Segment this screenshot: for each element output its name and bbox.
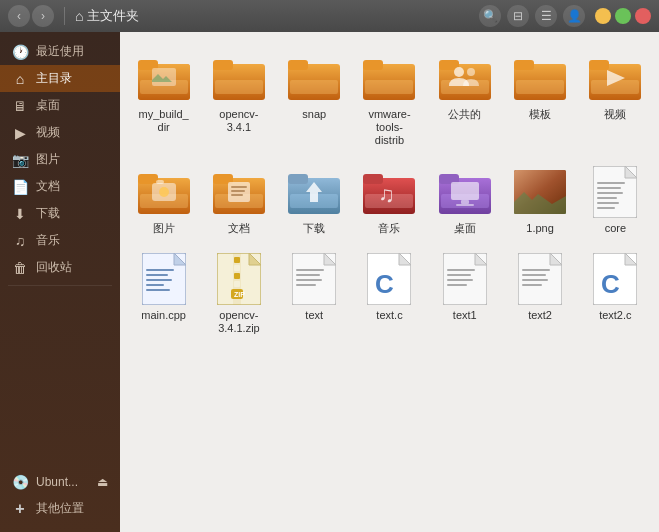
file-icon-core [589,166,641,218]
file-item-pictures[interactable]: 图片 [128,158,199,241]
sidebar-item-ubuntu[interactable]: 💿 Ubunt... ⏏ [0,469,120,495]
titlebar: ‹ › ⌂ 主文件夹 🔍 ⊟ ☰ 👤 [0,0,659,32]
svg-text:C: C [601,269,620,299]
file-item-templates[interactable]: 模板 [504,44,575,154]
sidebar-item-music[interactable]: ♫ 音乐 [0,227,120,254]
sidebar-item-home[interactable]: ⌂ 主目录 [0,65,120,92]
minimize-button[interactable] [595,8,611,24]
file-label-music: 音乐 [378,222,400,235]
account-button[interactable]: 👤 [563,5,585,27]
svg-rect-64 [597,207,615,209]
svg-rect-50 [451,182,479,200]
file-item-textc[interactable]: C text.c [354,245,425,341]
svg-rect-27 [138,174,158,184]
svg-rect-59 [597,182,625,184]
file-item-core[interactable]: core [580,158,651,241]
file-icon-text1 [439,253,491,305]
svg-rect-69 [146,274,168,276]
sidebar-item-doc[interactable]: 📄 文档 [0,173,120,200]
trash-icon: 🗑 [12,260,28,276]
file-item-vmware[interactable]: vmware-tools-distrib [354,44,425,154]
file-label-opencv-zip: opencv-3.4.1.zip [218,309,260,335]
sidebar-item-download[interactable]: ⬇ 下载 [0,200,120,227]
svg-rect-79 [234,273,240,279]
folder-icon-vmware [363,52,415,104]
svg-rect-52 [456,204,474,206]
svg-rect-31 [156,180,164,184]
file-label-textc: text.c [376,309,402,322]
svg-rect-62 [597,197,617,199]
file-label-pictures: 图片 [153,222,175,235]
file-item-videos[interactable]: 视频 [580,44,651,154]
sidebar-item-photo[interactable]: 📷 图片 [0,146,120,173]
file-item-music[interactable]: ♫ 音乐 [354,158,425,241]
sidebar-item-video[interactable]: ▶ 视频 [0,119,120,146]
svg-rect-105 [522,274,546,276]
svg-rect-98 [447,274,471,276]
svg-rect-38 [231,194,243,196]
other-icon: + [12,501,28,517]
file-item-my-build-dir[interactable]: my_build_dir [128,44,199,154]
folder-icon-public [439,52,491,104]
file-label-templates: 模板 [529,108,551,121]
download-icon: ⬇ [12,206,28,222]
svg-text:C: C [375,269,394,299]
nav-separator [64,7,65,25]
window-controls [595,8,651,24]
folder-icon-videos [589,52,641,104]
file-label-text2c: text2.c [599,309,631,322]
svg-rect-63 [597,202,619,204]
svg-rect-70 [146,279,172,281]
file-label-text: text [305,309,323,322]
svg-rect-12 [363,60,383,70]
eject-icon[interactable]: ⏏ [97,475,108,489]
close-button[interactable] [635,8,651,24]
sidebar-label-other: 其他位置 [36,500,84,517]
sidebar-label-home: 主目录 [36,70,72,87]
file-item-documents[interactable]: 文档 [203,158,274,241]
svg-text:ZIP: ZIP [234,291,245,298]
file-item-downloads[interactable]: 下载 [279,158,350,241]
maximize-button[interactable] [615,8,631,24]
file-item-1png[interactable]: 1.png [504,158,575,241]
sidebar-label-download: 下载 [36,205,60,222]
sidebar-item-desktop[interactable]: 🖥 桌面 [0,92,120,119]
video-icon: ▶ [12,125,28,141]
forward-button[interactable]: › [32,5,54,27]
sidebar-item-trash[interactable]: 🗑 回收站 [0,254,120,281]
file-item-text2c[interactable]: C text2.c [580,245,651,341]
svg-point-17 [454,67,464,77]
file-item-text2[interactable]: text2 [504,245,575,341]
svg-rect-106 [522,279,548,281]
file-icon-text2c: C [589,253,641,305]
file-label-maincpp: main.cpp [141,309,186,322]
file-item-text1[interactable]: text1 [429,245,500,341]
view-toggle-button[interactable]: ⊟ [507,5,529,27]
main-layout: 🕐 最近使用 ⌂ 主目录 🖥 桌面 ▶ 视频 📷 图片 📄 文档 ⬇ 下载 ♫ [0,32,659,532]
sidebar-item-other[interactable]: + 其他位置 [0,495,120,522]
doc-icon: 📄 [12,179,28,195]
file-area: my_build_dir opencv-3.4.1 [120,32,659,532]
svg-rect-88 [296,279,322,281]
file-item-desktop2[interactable]: 桌面 [429,158,500,241]
svg-rect-107 [522,284,542,286]
file-item-snap[interactable]: snap [279,44,350,154]
file-item-opencv341[interactable]: opencv-3.4.1 [203,44,274,154]
svg-rect-99 [447,279,473,281]
svg-rect-86 [296,269,324,271]
search-button[interactable]: 🔍 [479,5,501,27]
sidebar-bottom: 💿 Ubunt... ⏏ + 其他位置 [0,465,120,526]
file-item-opencv-zip[interactable]: ZIP opencv-3.4.1.zip [203,245,274,341]
menu-button[interactable]: ☰ [535,5,557,27]
svg-rect-40 [288,174,308,184]
svg-text:♫: ♫ [378,182,395,207]
svg-rect-13 [365,80,413,94]
file-item-public[interactable]: 公共的 [429,44,500,154]
file-item-text[interactable]: text [279,245,350,341]
folder-icon-templates [514,52,566,104]
back-button[interactable]: ‹ [8,5,30,27]
folder-icon-my-build-dir [138,52,190,104]
file-item-maincpp[interactable]: main.cpp [128,245,199,341]
sidebar-item-recent[interactable]: 🕐 最近使用 [0,38,120,65]
svg-rect-37 [231,190,245,192]
